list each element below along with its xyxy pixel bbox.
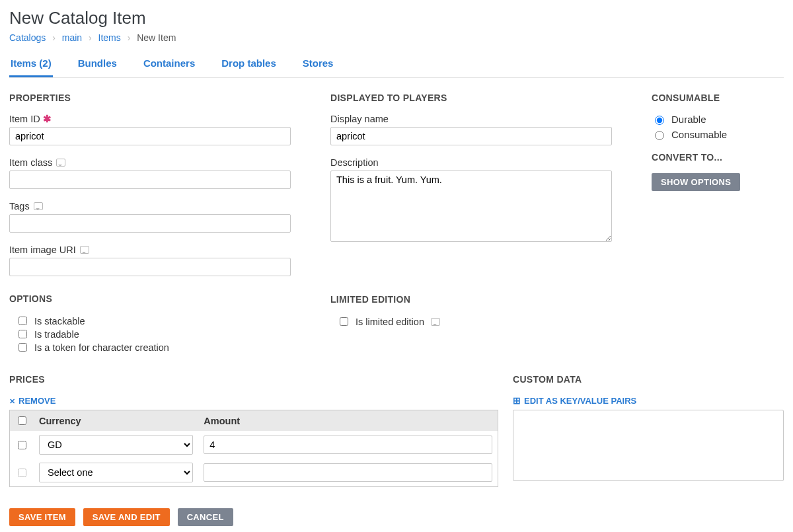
remove-price-label: REMOVE bbox=[19, 396, 56, 406]
tab-bundles[interactable]: Bundles bbox=[77, 54, 118, 77]
row-checkbox[interactable] bbox=[18, 469, 26, 477]
display-name-input[interactable] bbox=[330, 127, 612, 145]
breadcrumb-items[interactable]: Items bbox=[98, 32, 121, 43]
save-and-edit-button[interactable]: SAVE AND EDIT bbox=[83, 508, 170, 526]
consumable-label: Consumable bbox=[671, 129, 727, 140]
description-textarea[interactable] bbox=[330, 171, 612, 242]
amount-input[interactable] bbox=[204, 463, 492, 482]
durable-radio[interactable] bbox=[655, 116, 664, 125]
stackable-checkbox[interactable] bbox=[19, 317, 27, 325]
cancel-button[interactable]: CANCEL bbox=[178, 508, 233, 526]
currency-select[interactable]: GD bbox=[39, 435, 193, 455]
breadcrumb: Catalogs main Items New Item bbox=[9, 32, 784, 43]
item-id-input[interactable] bbox=[9, 127, 291, 145]
row-checkbox[interactable] bbox=[18, 441, 26, 449]
grid-icon bbox=[513, 395, 521, 406]
amount-header: Amount bbox=[198, 410, 498, 432]
tab-containers[interactable]: Containers bbox=[142, 54, 196, 77]
item-id-label: Item ID bbox=[9, 114, 40, 124]
tags-label: Tags bbox=[9, 201, 30, 211]
currency-select[interactable]: Select one bbox=[39, 463, 193, 482]
limited-heading: LIMITED EDITION bbox=[330, 294, 612, 305]
remove-price-link[interactable]: REMOVE bbox=[9, 396, 56, 406]
display-name-label: Display name bbox=[330, 114, 389, 124]
breadcrumb-current: New Item bbox=[137, 32, 176, 43]
convert-heading: CONVERT TO... bbox=[652, 152, 784, 163]
durable-label: Durable bbox=[671, 114, 706, 125]
show-options-button[interactable]: SHOW OPTIONS bbox=[652, 173, 740, 191]
amount-input[interactable] bbox=[204, 436, 492, 454]
close-icon bbox=[9, 396, 15, 406]
tooltip-icon bbox=[80, 246, 89, 254]
price-row: GD bbox=[10, 431, 498, 459]
tabs: Items (2) Bundles Containers Drop tables… bbox=[9, 54, 784, 78]
chevron-right-icon bbox=[52, 32, 56, 43]
custom-data-heading: CUSTOM DATA bbox=[513, 374, 784, 385]
breadcrumb-main[interactable]: main bbox=[62, 32, 82, 43]
token-checkbox[interactable] bbox=[19, 343, 27, 352]
required-icon: ✱ bbox=[43, 114, 52, 124]
tab-items[interactable]: Items (2) bbox=[9, 54, 53, 77]
consumable-radio[interactable] bbox=[655, 131, 664, 140]
limited-checkbox[interactable] bbox=[340, 317, 348, 326]
page-title: New Catalog Item bbox=[9, 8, 784, 28]
chevron-right-icon bbox=[128, 32, 131, 43]
limited-label: Is limited edition bbox=[356, 317, 424, 327]
tab-stores[interactable]: Stores bbox=[301, 54, 335, 77]
tab-drop-tables[interactable]: Drop tables bbox=[220, 54, 278, 77]
item-class-input[interactable] bbox=[9, 171, 291, 189]
tooltip-icon bbox=[34, 202, 43, 210]
tooltip-icon bbox=[56, 159, 65, 167]
currency-header: Currency bbox=[34, 410, 198, 432]
token-label: Is a token for character creation bbox=[34, 342, 169, 353]
consumable-heading: CONSUMABLE bbox=[652, 93, 784, 103]
chevron-right-icon bbox=[89, 32, 92, 43]
item-class-label: Item class bbox=[9, 157, 52, 168]
tooltip-icon bbox=[431, 318, 440, 326]
description-label: Description bbox=[330, 157, 379, 168]
stackable-label: Is stackable bbox=[34, 316, 85, 326]
tags-input[interactable] bbox=[9, 214, 291, 233]
custom-data-area[interactable] bbox=[513, 410, 784, 481]
displayed-heading: DISPLAYED TO PLAYERS bbox=[330, 93, 612, 103]
breadcrumb-catalogs[interactable]: Catalogs bbox=[9, 32, 46, 43]
select-all-checkbox[interactable] bbox=[18, 416, 26, 425]
options-heading: OPTIONS bbox=[9, 293, 291, 304]
tradable-checkbox[interactable] bbox=[19, 330, 27, 338]
prices-heading: PRICES bbox=[9, 374, 498, 385]
properties-heading: PROPERTIES bbox=[9, 93, 291, 103]
save-item-button[interactable]: SAVE ITEM bbox=[9, 508, 75, 526]
edit-kv-link[interactable]: EDIT AS KEY/VALUE PAIRS bbox=[513, 395, 636, 406]
prices-table: Currency Amount GD Select one bbox=[9, 410, 498, 487]
tradable-label: Is tradable bbox=[34, 329, 79, 340]
image-uri-input[interactable] bbox=[9, 258, 291, 276]
edit-kv-label: EDIT AS KEY/VALUE PAIRS bbox=[524, 396, 636, 406]
price-row: Select one bbox=[10, 459, 498, 487]
image-uri-label: Item image URI bbox=[9, 245, 76, 255]
